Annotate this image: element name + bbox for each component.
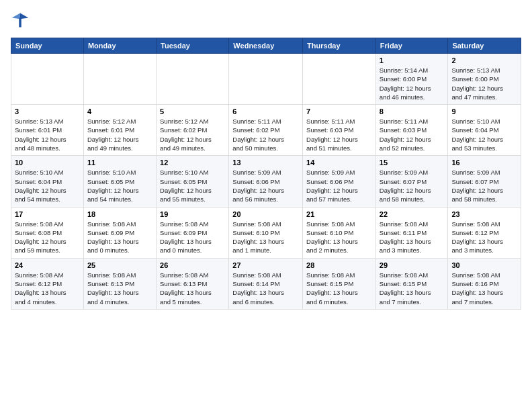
day-info: Sunrise: 5:13 AM Sunset: 6:01 PM Dayligh…	[15, 117, 80, 152]
calendar-cell: 13Sunrise: 5:09 AM Sunset: 6:06 PM Dayli…	[229, 156, 303, 207]
calendar-cell: 23Sunrise: 5:08 AM Sunset: 6:12 PM Dayli…	[448, 207, 521, 258]
day-info: Sunrise: 5:08 AM Sunset: 6:12 PM Dayligh…	[451, 220, 517, 255]
calendar-cell: 5Sunrise: 5:12 AM Sunset: 6:02 PM Daylig…	[157, 105, 229, 156]
calendar-cell: 28Sunrise: 5:08 AM Sunset: 6:15 PM Dayli…	[303, 258, 376, 309]
day-number: 22	[380, 210, 445, 218]
calendar-cell: 12Sunrise: 5:10 AM Sunset: 6:05 PM Dayli…	[157, 156, 229, 207]
calendar-cell: 1Sunrise: 5:14 AM Sunset: 6:00 PM Daylig…	[375, 54, 448, 105]
day-info: Sunrise: 5:10 AM Sunset: 6:05 PM Dayligh…	[160, 168, 225, 203]
calendar-cell: 26Sunrise: 5:08 AM Sunset: 6:13 PM Dayli…	[157, 258, 229, 309]
calendar-week-row: 24Sunrise: 5:08 AM Sunset: 6:12 PM Dayli…	[11, 258, 521, 309]
day-info: Sunrise: 5:08 AM Sunset: 6:14 PM Dayligh…	[232, 271, 299, 306]
day-number: 27	[232, 261, 299, 269]
page-header	[11, 11, 521, 30]
day-info: Sunrise: 5:08 AM Sunset: 6:09 PM Dayligh…	[160, 220, 225, 255]
day-info: Sunrise: 5:08 AM Sunset: 6:10 PM Dayligh…	[232, 220, 299, 255]
day-number: 5	[160, 107, 225, 116]
day-info: Sunrise: 5:08 AM Sunset: 6:13 PM Dayligh…	[87, 271, 152, 306]
day-info: Sunrise: 5:08 AM Sunset: 6:09 PM Dayligh…	[87, 220, 152, 255]
calendar-header-row: SundayMondayTuesdayWednesdayThursdayFrid…	[11, 38, 521, 54]
calendar-cell: 15Sunrise: 5:09 AM Sunset: 6:07 PM Dayli…	[375, 156, 448, 207]
calendar-cell: 14Sunrise: 5:09 AM Sunset: 6:06 PM Dayli…	[303, 156, 376, 207]
day-number: 20	[232, 210, 299, 218]
day-number: 18	[87, 210, 152, 218]
day-info: Sunrise: 5:08 AM Sunset: 6:10 PM Dayligh…	[306, 220, 372, 255]
day-info: Sunrise: 5:09 AM Sunset: 6:06 PM Dayligh…	[232, 168, 299, 203]
calendar-cell	[11, 54, 84, 105]
day-info: Sunrise: 5:11 AM Sunset: 6:02 PM Dayligh…	[232, 117, 299, 152]
day-info: Sunrise: 5:08 AM Sunset: 6:15 PM Dayligh…	[380, 271, 445, 306]
day-info: Sunrise: 5:08 AM Sunset: 6:13 PM Dayligh…	[160, 271, 225, 306]
day-info: Sunrise: 5:12 AM Sunset: 6:01 PM Dayligh…	[87, 117, 152, 152]
calendar-cell	[157, 54, 229, 105]
calendar-cell: 21Sunrise: 5:08 AM Sunset: 6:10 PM Dayli…	[303, 207, 376, 258]
calendar-cell: 6Sunrise: 5:11 AM Sunset: 6:02 PM Daylig…	[229, 105, 303, 156]
weekday-header: Tuesday	[157, 38, 229, 54]
day-info: Sunrise: 5:10 AM Sunset: 6:05 PM Dayligh…	[87, 168, 152, 203]
day-number: 21	[306, 210, 372, 218]
calendar-week-row: 1Sunrise: 5:14 AM Sunset: 6:00 PM Daylig…	[11, 54, 521, 105]
calendar-cell	[83, 54, 156, 105]
logo	[11, 11, 32, 30]
day-info: Sunrise: 5:08 AM Sunset: 6:11 PM Dayligh…	[380, 220, 445, 255]
day-number: 13	[232, 158, 299, 167]
day-number: 14	[306, 158, 372, 167]
day-number: 3	[15, 107, 80, 116]
calendar-cell: 8Sunrise: 5:11 AM Sunset: 6:03 PM Daylig…	[375, 105, 448, 156]
day-number: 8	[380, 107, 445, 116]
day-number: 4	[87, 107, 152, 116]
calendar-cell: 11Sunrise: 5:10 AM Sunset: 6:05 PM Dayli…	[83, 156, 156, 207]
calendar-cell: 10Sunrise: 5:10 AM Sunset: 6:04 PM Dayli…	[11, 156, 84, 207]
calendar-cell: 9Sunrise: 5:10 AM Sunset: 6:04 PM Daylig…	[448, 105, 521, 156]
logo-icon	[11, 11, 30, 30]
calendar-cell: 16Sunrise: 5:09 AM Sunset: 6:07 PM Dayli…	[448, 156, 521, 207]
day-info: Sunrise: 5:09 AM Sunset: 6:07 PM Dayligh…	[451, 168, 517, 203]
day-info: Sunrise: 5:09 AM Sunset: 6:06 PM Dayligh…	[306, 168, 372, 203]
day-number: 28	[306, 261, 372, 269]
day-info: Sunrise: 5:09 AM Sunset: 6:07 PM Dayligh…	[380, 168, 445, 203]
calendar-cell: 22Sunrise: 5:08 AM Sunset: 6:11 PM Dayli…	[375, 207, 448, 258]
day-info: Sunrise: 5:08 AM Sunset: 6:08 PM Dayligh…	[15, 220, 80, 255]
calendar-cell: 27Sunrise: 5:08 AM Sunset: 6:14 PM Dayli…	[229, 258, 303, 309]
day-number: 26	[160, 261, 225, 269]
calendar-cell: 18Sunrise: 5:08 AM Sunset: 6:09 PM Dayli…	[83, 207, 156, 258]
calendar-cell: 3Sunrise: 5:13 AM Sunset: 6:01 PM Daylig…	[11, 105, 84, 156]
day-number: 24	[15, 261, 80, 269]
day-info: Sunrise: 5:10 AM Sunset: 6:04 PM Dayligh…	[15, 168, 80, 203]
svg-rect-3	[19, 18, 21, 28]
day-number: 1	[380, 56, 445, 64]
weekday-header: Friday	[375, 38, 448, 54]
day-number: 10	[15, 158, 80, 167]
calendar-cell: 29Sunrise: 5:08 AM Sunset: 6:15 PM Dayli…	[375, 258, 448, 309]
calendar-cell	[229, 54, 303, 105]
calendar-cell: 7Sunrise: 5:11 AM Sunset: 6:03 PM Daylig…	[303, 105, 376, 156]
calendar-cell: 4Sunrise: 5:12 AM Sunset: 6:01 PM Daylig…	[83, 105, 156, 156]
calendar-cell: 24Sunrise: 5:08 AM Sunset: 6:12 PM Dayli…	[11, 258, 84, 309]
day-number: 17	[15, 210, 80, 218]
day-info: Sunrise: 5:11 AM Sunset: 6:03 PM Dayligh…	[306, 117, 372, 152]
weekday-header: Wednesday	[229, 38, 303, 54]
day-info: Sunrise: 5:10 AM Sunset: 6:04 PM Dayligh…	[451, 117, 517, 152]
calendar-cell: 17Sunrise: 5:08 AM Sunset: 6:08 PM Dayli…	[11, 207, 84, 258]
weekday-header: Monday	[83, 38, 156, 54]
day-info: Sunrise: 5:14 AM Sunset: 6:00 PM Dayligh…	[380, 66, 445, 101]
day-info: Sunrise: 5:08 AM Sunset: 6:12 PM Dayligh…	[15, 271, 80, 306]
day-number: 16	[451, 158, 517, 167]
day-number: 30	[451, 261, 517, 269]
day-info: Sunrise: 5:13 AM Sunset: 6:00 PM Dayligh…	[451, 66, 517, 101]
day-number: 11	[87, 158, 152, 167]
calendar-week-row: 3Sunrise: 5:13 AM Sunset: 6:01 PM Daylig…	[11, 105, 521, 156]
calendar-cell: 30Sunrise: 5:08 AM Sunset: 6:16 PM Dayli…	[448, 258, 521, 309]
day-number: 23	[451, 210, 517, 218]
day-number: 7	[306, 107, 372, 116]
calendar-week-row: 10Sunrise: 5:10 AM Sunset: 6:04 PM Dayli…	[11, 156, 521, 207]
calendar-cell: 20Sunrise: 5:08 AM Sunset: 6:10 PM Dayli…	[229, 207, 303, 258]
day-number: 2	[451, 56, 517, 64]
calendar-week-row: 17Sunrise: 5:08 AM Sunset: 6:08 PM Dayli…	[11, 207, 521, 258]
calendar-cell: 2Sunrise: 5:13 AM Sunset: 6:00 PM Daylig…	[448, 54, 521, 105]
calendar-cell	[303, 54, 376, 105]
calendar-cell: 25Sunrise: 5:08 AM Sunset: 6:13 PM Dayli…	[83, 258, 156, 309]
day-number: 15	[380, 158, 445, 167]
day-info: Sunrise: 5:08 AM Sunset: 6:15 PM Dayligh…	[306, 271, 372, 306]
weekday-header: Thursday	[303, 38, 376, 54]
